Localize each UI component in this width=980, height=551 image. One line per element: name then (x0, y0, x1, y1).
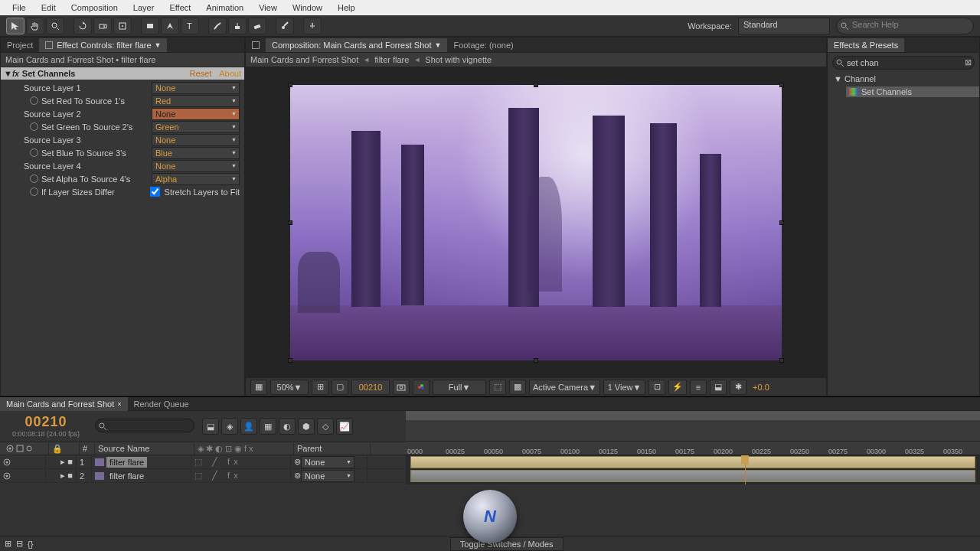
comp-tab-icon[interactable] (246, 39, 266, 51)
prop-alpha-select[interactable]: Alpha (152, 173, 240, 185)
prop-source3-select[interactable]: None (152, 134, 240, 146)
effect-about-link[interactable]: About (219, 69, 241, 78)
exposure-value[interactable]: +0.0 (750, 383, 773, 392)
transform-handle[interactable] (288, 358, 292, 363)
hide-shy-button[interactable]: 👤 (240, 418, 257, 435)
parent-select[interactable]: None (301, 470, 354, 482)
transform-handle[interactable] (534, 83, 538, 87)
stretch-checkbox[interactable] (150, 187, 160, 197)
resolution-select[interactable]: Full ▼ (433, 380, 486, 395)
transform-handle[interactable] (534, 358, 538, 363)
menu-composition[interactable]: Composition (65, 1, 124, 15)
selection-tool[interactable] (6, 18, 24, 34)
stopwatch-icon[interactable] (30, 187, 38, 196)
bc-comp[interactable]: Main Cards and Forrest Shot (250, 55, 358, 64)
tab-dropdown-icon[interactable]: ▼ (155, 41, 162, 49)
preset-group-channel[interactable]: ▼ Channel (828, 73, 979, 85)
show-channel-button[interactable] (413, 380, 430, 395)
frame-blend-button[interactable]: ▦ (260, 418, 276, 435)
effect-controls-tab[interactable]: Effect Controls: filter flare ▼ (39, 38, 167, 52)
roto-brush-tool[interactable] (276, 18, 294, 34)
timeline-tab[interactable]: Main Cards and Forrest Shot× (0, 397, 128, 411)
layer-row-1[interactable]: ▸ ■ 1 filter flare ⬚ ╱ fx ⊚ None (0, 455, 406, 469)
bc-layer[interactable]: filter flare (374, 55, 409, 64)
rotation-tool[interactable] (74, 18, 92, 34)
prop-source2-select[interactable]: None (152, 108, 240, 120)
draft-3d-button[interactable]: ◈ (221, 418, 238, 435)
transform-handle[interactable] (779, 83, 784, 87)
project-tab[interactable]: Project (1, 38, 39, 52)
current-time-indicator[interactable] (745, 455, 746, 484)
tab-dropdown-icon[interactable]: ▼ (434, 41, 441, 49)
auto-keyframe-button[interactable]: ◇ (317, 418, 334, 435)
footage-tab[interactable]: Footage: (none) (447, 38, 519, 52)
menu-file[interactable]: File (6, 1, 32, 15)
stopwatch-icon[interactable] (30, 174, 38, 183)
time-ruler-ticks[interactable]: 0000000250005000075001000012500150001750… (406, 442, 980, 455)
clear-search-icon[interactable]: ⊠ (965, 57, 972, 67)
effect-reset-link[interactable]: Reset (190, 69, 212, 78)
transform-handle[interactable] (288, 83, 292, 87)
eraser-tool[interactable] (248, 18, 266, 34)
prop-blue-select[interactable]: Blue (152, 147, 240, 159)
prop-red-select[interactable]: Red (152, 95, 240, 107)
always-preview-button[interactable]: ▦ (250, 380, 267, 395)
zoom-select[interactable]: 50% ▼ (270, 380, 309, 395)
text-tool[interactable]: T (181, 18, 199, 34)
menu-animation[interactable]: Animation (200, 1, 250, 15)
toggle-mask-button[interactable]: ▢ (332, 380, 348, 395)
parent-select[interactable]: None (301, 456, 354, 468)
resolution-grid-button[interactable]: ⊞ (312, 380, 328, 395)
viewer-canvas[interactable] (290, 85, 782, 360)
parent-pickwhip-icon[interactable]: ⊚ (294, 457, 301, 467)
stopwatch-icon[interactable] (30, 148, 38, 157)
transparency-grid-button[interactable]: ▩ (509, 380, 526, 395)
workspace-select[interactable]: Standard (738, 18, 830, 34)
menu-effect[interactable]: Effect (163, 1, 197, 15)
toggle-in-out-icon[interactable]: {} (28, 540, 33, 549)
parent-pickwhip-icon[interactable]: ⊚ (294, 471, 301, 481)
timeline-track-area[interactable]: 0000000250005000075001000012500150001750… (406, 411, 980, 484)
time-ruler[interactable] (406, 411, 980, 442)
transform-handle[interactable] (288, 220, 292, 225)
transform-handle[interactable] (779, 358, 784, 363)
clone-stamp-tool[interactable] (228, 18, 247, 34)
zoom-tool[interactable] (46, 18, 64, 34)
preset-set-channels[interactable]: Set Channels (846, 86, 979, 97)
prop-green-select[interactable]: Green (152, 121, 240, 133)
effect-header[interactable]: ▼ fx Set Channels Reset About (1, 67, 244, 80)
camera-tool[interactable] (93, 18, 112, 34)
toggle-modes-icon[interactable]: ⊟ (16, 539, 23, 549)
menu-edit[interactable]: Edit (35, 1, 62, 15)
menu-window[interactable]: Window (286, 1, 328, 15)
prop-source4-select[interactable]: None (152, 160, 240, 172)
fx-icon[interactable]: fx (12, 70, 19, 78)
motion-blur-button[interactable]: ◐ (279, 418, 296, 435)
layer-bar-2[interactable] (410, 470, 975, 482)
composition-tab[interactable]: Composition: Main Cards and Forrest Shot… (266, 38, 447, 52)
composition-viewer[interactable] (246, 67, 826, 377)
col-source-name[interactable]: Source Name (95, 442, 194, 455)
snapshot-button[interactable] (393, 380, 410, 395)
fast-previews-button[interactable]: ⚡ (668, 380, 687, 395)
current-frame[interactable]: 00210 (351, 380, 390, 395)
layer-search-input[interactable] (95, 419, 194, 432)
timeline-button[interactable]: ≡ (690, 380, 707, 395)
bc-nested[interactable]: Shot with vignette (425, 55, 492, 64)
effects-search-input[interactable]: set chan ⊠ (832, 56, 975, 70)
col-number[interactable]: # (80, 442, 95, 455)
graph-editor-button[interactable]: 📈 (336, 418, 353, 435)
toggle-switches-modes-button[interactable]: Toggle Switches / Modes (450, 537, 564, 551)
layer-row-2[interactable]: ▸ ■ 2 filter flare ⬚ ╱ fx ⊚ None (0, 469, 406, 483)
comp-mini-flowchart-button[interactable]: ⬓ (202, 418, 219, 435)
current-time-display[interactable]: 00210 0:00:08:18 (24.00 fps) (0, 411, 92, 442)
toggle-switches-icon[interactable]: ⊞ (5, 539, 11, 549)
pan-behind-tool[interactable] (113, 18, 132, 34)
roi-button[interactable]: ⬚ (489, 380, 506, 395)
stopwatch-icon[interactable] (30, 96, 38, 105)
search-help-input[interactable]: Search Help (836, 18, 974, 34)
effect-twirl-icon[interactable]: ▼ (4, 69, 12, 78)
comp-flowchart-button[interactable]: ⬓ (710, 380, 727, 395)
col-parent[interactable]: Parent (294, 442, 371, 455)
pixel-aspect-button[interactable]: ⊡ (648, 380, 665, 395)
